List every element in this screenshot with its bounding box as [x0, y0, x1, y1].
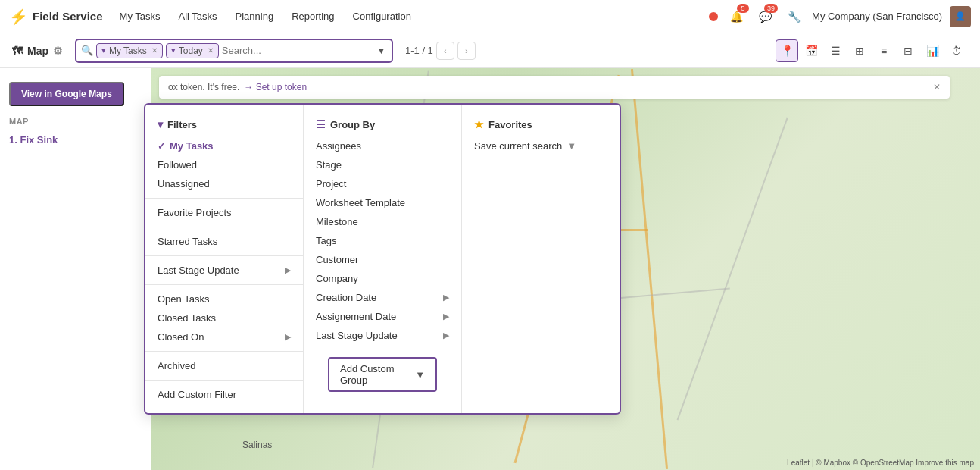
map-notice-link[interactable]: → Set up token [244, 82, 307, 92]
nav-configuration[interactable]: Configuration [345, 8, 419, 25]
page-title: Map [27, 45, 48, 57]
map-notice-close[interactable]: ✕ [933, 82, 941, 92]
page-title-area: 🗺 Map ⚙ [12, 45, 63, 57]
group-stage[interactable]: Stage [304, 155, 461, 174]
filter-chip-today[interactable]: ▾ Today ✕ [166, 43, 219, 58]
filter-fav-projects[interactable]: Favorite Projects [145, 203, 303, 222]
view-google-maps-btn[interactable]: View in Google Maps [9, 82, 124, 106]
filter-closed-tasks[interactable]: Closed Tasks [145, 309, 303, 327]
closed-on-arrow-icon: ▶ [285, 332, 291, 342]
group-by-icon: ☰ [316, 118, 326, 130]
filter-chip-label: My Tasks [109, 45, 147, 56]
creation-date-arrow-icon: ▶ [443, 293, 449, 302]
filter-starred-tasks[interactable]: Starred Tasks [145, 232, 303, 251]
filter-chip-mytasks[interactable]: ▾ My Tasks ✕ [96, 43, 163, 58]
filter-followed-label: Followed [158, 159, 197, 171]
group-tags[interactable]: Tags [304, 231, 461, 250]
logo-icon: ⚡ [9, 8, 28, 26]
filter-open-label: Open Tasks [158, 293, 209, 305]
add-custom-group-btn[interactable]: Add Custom Group ▼ [328, 357, 437, 392]
sidebar-section-title: MAP [0, 112, 151, 130]
group-worksheet[interactable]: Worksheet Template [304, 193, 461, 212]
group-creation-date[interactable]: Creation Date ▶ [304, 288, 461, 307]
view-graph-btn[interactable]: 📊 [921, 39, 944, 62]
filter-closed-on[interactable]: Closed On ▶ [145, 327, 303, 346]
filters-label: Filters [167, 119, 197, 130]
nav-all-tasks[interactable]: All Tasks [171, 8, 225, 25]
view-timer-btn[interactable]: ⏱ [945, 39, 968, 62]
filter-chip-remove[interactable]: ✕ [151, 46, 158, 55]
group-assignment-date[interactable]: Assignement Date ▶ [304, 307, 461, 326]
prev-page-btn[interactable]: ‹ [436, 42, 454, 60]
last-stage-arrow-icon: ▶ [443, 331, 449, 340]
view-table-btn[interactable]: ≡ [872, 39, 895, 62]
filter-chip-today-remove[interactable]: ✕ [208, 46, 214, 55]
view-calendar-btn[interactable]: 📅 [800, 39, 822, 62]
nav-my-tasks[interactable]: My Tasks [112, 8, 168, 25]
filter-divider-2 [145, 227, 303, 227]
group-creation-date-label: Creation Date [316, 292, 376, 303]
tools-icon: 🔧 [788, 11, 801, 23]
main-area: View in Google Maps MAP 1. Fix Sink Merc… [0, 68, 980, 470]
pagination: 1-1 / 1 ‹ › [405, 42, 476, 60]
filter-add-custom[interactable]: Add Custom Filter [145, 385, 303, 404]
search-dropdown-btn[interactable]: ▼ [376, 46, 387, 55]
view-grid-btn[interactable]: ⊟ [897, 39, 919, 62]
filter-open-tasks[interactable]: Open Tasks [145, 290, 303, 309]
group-project[interactable]: Project [304, 174, 461, 193]
nav-planning[interactable]: Planning [228, 8, 282, 25]
messages-btn[interactable]: 🔔 5 [726, 6, 747, 27]
favorites-title: ★ Favorites [462, 114, 620, 136]
status-dot-btn[interactable] [709, 12, 718, 21]
group-assignees[interactable]: Assignees [304, 136, 461, 155]
filter-unassigned-label: Unassigned [158, 178, 210, 190]
pagination-text: 1-1 / 1 [405, 45, 433, 56]
group-assignees-label: Assignees [316, 140, 361, 152]
filter-chip-today-label: Today [179, 45, 203, 56]
sub-nav: 🗺 Map ⚙ 🔍 ▾ My Tasks ✕ ▾ Today ✕ ▼ 1-1 /… [0, 33, 980, 68]
gear-icon[interactable]: ⚙ [53, 45, 63, 57]
filters-column: ▾ Filters ✓ My Tasks Followed Unassigned… [145, 105, 304, 413]
filter-unassigned[interactable]: Unassigned [145, 174, 303, 193]
nav-right: 🔔 5 💬 39 🔧 My Company (San Francisco) 👤 [709, 6, 971, 27]
view-kanban-btn[interactable]: ⊞ [848, 39, 871, 62]
filter-fav-projects-label: Favorite Projects [158, 207, 232, 218]
add-custom-group-label: Add Custom Group [340, 363, 410, 386]
group-by-column: ☰ Group By Assignees Stage Project Works… [304, 105, 462, 413]
group-customer[interactable]: Customer [304, 250, 461, 269]
map-label-salinas: Salinas [242, 440, 272, 450]
group-milestone[interactable]: Milestone [304, 212, 461, 231]
sidebar-item-fix-sink[interactable]: 1. Fix Sink [0, 130, 151, 149]
view-map-btn[interactable]: 📍 [776, 39, 798, 62]
filter-closed-label: Closed Tasks [158, 312, 216, 324]
app-name: Field Service [33, 10, 103, 23]
group-tags-label: Tags [316, 235, 336, 246]
user-avatar[interactable]: 👤 [950, 6, 971, 27]
map-notice-banner: ox token. It's free. → Set up token ✕ [159, 76, 950, 99]
filter-last-stage-label: Last Stage Update [158, 265, 239, 276]
filter-archived[interactable]: Archived [145, 356, 303, 375]
save-search-arrow-icon: ▼ [566, 140, 576, 152]
group-last-stage[interactable]: Last Stage Update ▶ [304, 326, 461, 345]
save-search-label: Save current search [474, 140, 562, 152]
nav-reporting[interactable]: Reporting [284, 8, 342, 25]
app-logo[interactable]: ⚡ Field Service [9, 8, 103, 26]
messages-badge: 5 [737, 4, 749, 13]
group-company[interactable]: Company [304, 269, 461, 288]
assignment-date-arrow-icon: ▶ [443, 312, 449, 321]
search-input[interactable] [222, 45, 373, 56]
next-page-btn[interactable]: › [457, 42, 476, 60]
filter-add-custom-label: Add Custom Filter [158, 389, 236, 400]
tools-btn[interactable]: 🔧 [783, 6, 804, 27]
filter-archived-label: Archived [158, 360, 196, 371]
alerts-btn[interactable]: 💬 39 [754, 6, 776, 27]
filter-my-tasks[interactable]: ✓ My Tasks [145, 136, 303, 155]
filter-last-stage[interactable]: Last Stage Update ▶ [145, 261, 303, 280]
favorites-star-icon: ★ [474, 118, 484, 130]
group-customer-label: Customer [316, 254, 358, 265]
view-list-btn[interactable]: ☰ [824, 39, 847, 62]
save-current-search-btn[interactable]: Save current search ▼ [462, 136, 620, 155]
group-by-title: ☰ Group By [304, 114, 461, 136]
filters-title: ▾ Filters [145, 114, 303, 136]
filter-followed[interactable]: Followed [145, 155, 303, 174]
